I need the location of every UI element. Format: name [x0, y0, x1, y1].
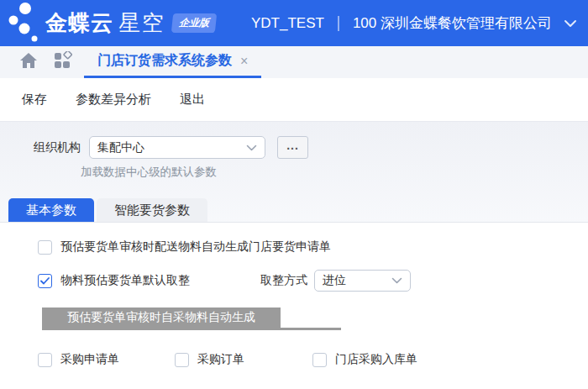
store-purchase-inbound-checkbox[interactable]: [312, 353, 327, 367]
organization-lookup-button[interactable]: ...: [277, 136, 308, 159]
purchase-request-checkbox[interactable]: [38, 353, 52, 367]
content-area: 组织机构 集配中心 ... 加载数据中心级的默认参数 基本参数 智能要货参数 预…: [0, 122, 588, 389]
document-tab-label: 门店订货需求系统参数: [97, 52, 232, 70]
top-bar: 金蝶云 星空 企业版 YDT_TEST 100 深圳金蝶餐饮管理有限公司: [0, 0, 588, 46]
auto-generate-request-checkbox[interactable]: [38, 240, 52, 255]
store-purchase-inbound-item: 门店采购入库单: [312, 352, 417, 367]
basic-parameters-panel: 预估要货单审核时配送物料自动生成门店要货申请单 物料预估要货单默认取整 取整方式…: [0, 223, 588, 389]
default-rounding-checkbox[interactable]: [38, 274, 52, 288]
company-name: 100 深圳金蝶餐饮管理有限公司: [353, 13, 552, 33]
rounding-method-value: 进位: [323, 273, 346, 288]
logo-text-2: 星空: [118, 8, 165, 38]
company-dropdown-chevron-icon[interactable]: [564, 19, 577, 28]
chevron-down-icon: [246, 145, 257, 151]
purchase-request-label: 采购申请单: [60, 352, 119, 367]
exit-button[interactable]: 退出: [180, 92, 205, 108]
parameter-tabs: 基本参数 智能要货参数: [0, 198, 588, 223]
default-rounding-label: 物料预估要货单默认取整: [60, 273, 190, 288]
kingdee-logo-icon: [5, 0, 44, 46]
purchase-order-checkbox[interactable]: [175, 353, 189, 367]
logo-text: 金蝶云: [45, 8, 113, 38]
rounding-method-select[interactable]: 进位: [314, 270, 411, 292]
auto-generate-request-row: 预估要货单审核时配送物料自动生成门店要货申请单: [38, 239, 588, 255]
organization-row: 组织机构 集配中心 ...: [0, 122, 588, 159]
account-name: YDT_TEST: [251, 15, 324, 32]
apps-grid-icon[interactable]: [54, 51, 72, 73]
edition-badge: 企业版: [171, 13, 217, 33]
home-icon[interactable]: [20, 53, 37, 71]
organization-select-value: 集配中心: [97, 140, 144, 155]
org-helper-text: 加载数据中心级的默认参数: [81, 165, 588, 180]
purchase-order-label: 采购订单: [197, 352, 244, 367]
close-tab-icon[interactable]: ×: [240, 54, 248, 69]
save-button[interactable]: 保存: [22, 92, 47, 108]
param-diff-analysis-button[interactable]: 参数差异分析: [76, 92, 151, 108]
organization-label: 组织机构: [34, 140, 81, 155]
self-purchase-group-title: 预估要货单审核时自采物料自动生成: [42, 308, 281, 328]
tab-basic-parameters[interactable]: 基本参数: [8, 198, 94, 222]
tab-smart-ordering-parameters[interactable]: 智能要货参数: [97, 198, 207, 222]
group-header-underline: 预估要货单审核时自采物料自动生成: [42, 308, 341, 330]
organization-select[interactable]: 集配中心: [89, 136, 265, 159]
purchase-request-item: 采购申请单: [38, 352, 175, 367]
auto-generate-request-label: 预估要货单审核时配送物料自动生成门店要货申请单: [60, 239, 331, 255]
topbar-divider: [338, 16, 339, 31]
tab-strip: 门店订货需求系统参数 ×: [0, 46, 588, 78]
default-rounding-row: 物料预估要货单默认取整 取整方式 进位: [38, 270, 588, 292]
toolbar: 保存 参数差异分析 退出: [0, 78, 588, 122]
chevron-down-icon: [391, 277, 402, 284]
purchase-order-item: 采购订单: [175, 352, 312, 367]
document-tab[interactable]: 门店订货需求系统参数 ×: [84, 46, 261, 78]
self-purchase-options-row: 采购申请单 采购订单 门店采购入库单: [38, 352, 588, 367]
rounding-method-label: 取整方式: [260, 273, 307, 288]
store-purchase-inbound-label: 门店采购入库单: [335, 352, 417, 367]
